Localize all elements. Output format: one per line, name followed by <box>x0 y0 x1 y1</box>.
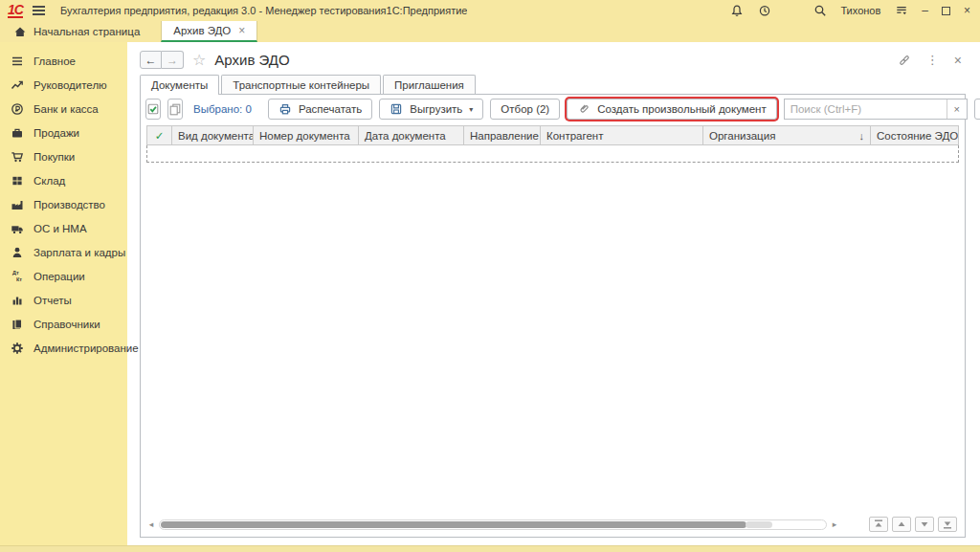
green-check-icon: ✓ <box>155 129 165 143</box>
home-icon <box>13 25 27 38</box>
sort-desc-icon: ↓ <box>856 130 865 142</box>
service-menu-icon[interactable] <box>894 4 908 18</box>
filter-button[interactable]: Отбор (2) <box>490 99 560 120</box>
maximize-button[interactable] <box>942 7 950 15</box>
sidebar-item-spravochniki[interactable]: Справочники <box>0 312 127 336</box>
search-box: × <box>784 99 968 120</box>
scroll-right-icon[interactable]: ▸ <box>830 519 839 529</box>
window-title: Бухгалтерия предприятия, редакция 3.0 - … <box>60 5 468 16</box>
current-user[interactable]: Тихонов <box>840 5 880 16</box>
books-icon <box>11 318 24 331</box>
nav-forward-button[interactable]: → <box>162 51 184 69</box>
sidebar-item-label: Склад <box>33 175 65 187</box>
sidebar-item-proizvodstvo[interactable]: Производство <box>0 192 127 216</box>
app-tab-bar: Начальная страница Архив ЭДО × <box>0 21 980 42</box>
page-title: Архив ЭДО <box>214 52 289 68</box>
trend-icon <box>11 78 24 92</box>
form-tabs: ДокументыТранспортные контейнерыПриглаше… <box>140 75 966 94</box>
tab-home[interactable]: Начальная страница <box>6 21 161 42</box>
select-all-button[interactable] <box>145 99 161 120</box>
1c-logo: 1С <box>8 3 23 19</box>
scroll-left-icon[interactable]: ◂ <box>146 519 156 529</box>
sidebar-item-label: Операции <box>33 271 85 282</box>
documents-panel: Выбрано: 0 Распечатать Выгрузить ▾ Отбор… <box>140 94 966 538</box>
hscroll-track[interactable] <box>159 519 827 530</box>
hscroll-thumb-tail <box>746 521 772 528</box>
search-clear-icon[interactable]: × <box>947 99 967 119</box>
chevron-down-icon: ▾ <box>469 105 473 114</box>
column-header-organizaciya[interactable]: Организация↓ <box>703 126 871 144</box>
cart-icon <box>11 150 24 164</box>
minimize-button[interactable]: – <box>922 5 928 16</box>
sidebar-item-glavnoe[interactable]: Главное <box>0 49 127 73</box>
favorite-star-icon[interactable]: ☆ <box>192 51 206 69</box>
factory-icon <box>11 198 24 211</box>
form-tab-priglasheniya[interactable]: Приглашения <box>383 75 476 94</box>
export-button[interactable]: Выгрузить ▾ <box>379 99 483 120</box>
more-button[interactable]: Еще ▾ <box>974 99 980 120</box>
nav-back-button[interactable]: ← <box>140 51 162 69</box>
dtkt-icon: ДтКт <box>11 270 24 283</box>
sidebar-item-administrirovanie[interactable]: Администрирование <box>0 336 127 360</box>
go-last-row-button[interactable] <box>938 517 957 532</box>
select-column-header[interactable]: ✓ <box>147 126 172 144</box>
form-tab-dokumenty[interactable]: Документы <box>140 75 219 95</box>
tab-close-icon[interactable]: × <box>238 24 245 37</box>
toolbar: Выбрано: 0 Распечатать Выгрузить ▾ Отбор… <box>141 95 965 123</box>
sidebar-item-pokupki[interactable]: Покупки <box>0 144 127 168</box>
go-first-row-button[interactable] <box>869 517 888 532</box>
documents-grid: ✓Вид документаНомер документаДата докуме… <box>146 125 959 532</box>
sidebar-item-label: Производство <box>33 199 105 210</box>
more-kebab-icon[interactable]: ⋮ <box>926 53 939 67</box>
section-sidebar: ГлавноеРуководителюБанк и кассаПродажиПо… <box>0 42 127 545</box>
sidebar-item-rukovoditelyu[interactable]: Руководителю <box>0 73 127 97</box>
main-menu-icon[interactable] <box>33 6 45 15</box>
column-header-sostoyanie-edo[interactable]: Состояние ЭДО <box>871 126 958 144</box>
sidebar-item-sklad[interactable]: Склад <box>0 168 127 192</box>
truck-icon <box>11 222 24 235</box>
search-input[interactable] <box>785 99 947 119</box>
barchart-icon <box>11 294 24 307</box>
form-tab-transportnye-kontejnery[interactable]: Транспортные контейнеры <box>221 75 381 94</box>
title-bar: 1С Бухгалтерия предприятия, редакция 3.0… <box>0 0 980 21</box>
close-window-button[interactable]: × <box>964 5 970 16</box>
grid-header: ✓Вид документаНомер документаДата докуме… <box>146 125 959 145</box>
active-tab-label: Архив ЭДО <box>173 25 231 36</box>
home-tab-label: Начальная страница <box>33 26 140 37</box>
go-prev-row-button[interactable] <box>892 517 911 532</box>
print-button[interactable]: Распечатать <box>268 99 372 120</box>
sidebar-item-bank-i-kassa[interactable]: Банк и касса <box>0 97 127 121</box>
sidebar-item-otchety[interactable]: Отчеты <box>0 288 127 312</box>
sidebar-item-prodazhi[interactable]: Продажи <box>0 121 127 144</box>
grid-current-row-placeholder <box>146 145 959 163</box>
sidebar-item-label: Главное <box>33 55 76 67</box>
column-header-kontragent[interactable]: Контрагент <box>541 126 703 144</box>
history-icon[interactable] <box>757 4 771 18</box>
search-icon[interactable] <box>813 4 827 18</box>
sidebar-item-operacii[interactable]: ДтКтОперации <box>0 264 127 288</box>
go-next-row-button[interactable] <box>915 517 934 532</box>
notifications-bell-icon[interactable] <box>729 4 744 18</box>
sidebar-item-label: Отчеты <box>33 295 72 306</box>
selected-count-info: Выбрано: 0 <box>193 103 252 115</box>
favorites-star-icon[interactable] <box>785 4 799 18</box>
sidebar-item-os-i-nma[interactable]: ОС и НМА <box>0 216 127 240</box>
get-link-icon[interactable] <box>898 54 911 67</box>
tab-arhiv-edo[interactable]: Архив ЭДО × <box>161 21 257 42</box>
column-header-napravlenie[interactable]: Направление ... <box>464 126 541 144</box>
save-floppy-icon <box>390 102 403 116</box>
column-header-nomer-dokumenta[interactable]: Номер документа <box>254 126 359 144</box>
close-form-icon[interactable]: × <box>954 53 962 68</box>
create-custom-document-button[interactable]: Создать произвольный документ <box>567 99 776 120</box>
sidebar-item-label: Покупки <box>33 151 75 163</box>
sidebar-item-label: Банк и касса <box>33 103 99 115</box>
column-header-data-dokumenta[interactable]: Дата документа <box>359 126 464 144</box>
hscroll-thumb[interactable] <box>161 521 746 528</box>
sidebar-item-zarplata-i-kadry[interactable]: Зарплата и кадры <box>0 240 127 264</box>
paperclip-icon <box>577 102 590 116</box>
sidebar-item-label: Руководителю <box>33 79 107 91</box>
column-header-vid-dokumenta[interactable]: Вид документа <box>172 126 254 144</box>
sidebar-item-label: Зарплата и кадры <box>33 247 125 258</box>
copy-list-button[interactable] <box>167 99 183 120</box>
printer-icon <box>278 102 292 116</box>
